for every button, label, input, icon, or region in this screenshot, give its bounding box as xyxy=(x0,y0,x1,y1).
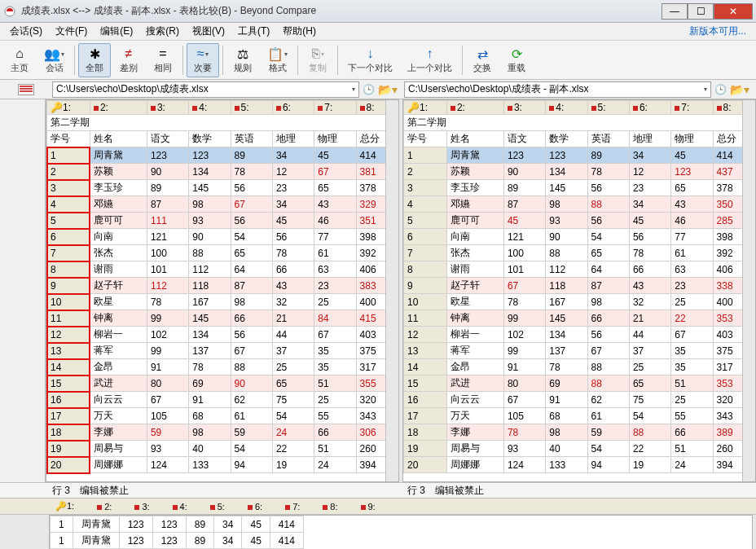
table-row[interactable]: 10欧星78167983225400 xyxy=(404,294,755,310)
thumbnail-icon[interactable] xyxy=(18,84,34,95)
table-row[interactable]: 13蒋军99137673735375 xyxy=(404,343,755,359)
table-row[interactable]: 18李娜5998592466306 xyxy=(47,424,398,441)
table-row[interactable]: 14金昂9178882535317 xyxy=(404,359,755,376)
table-row[interactable]: 19周易与9340542251260 xyxy=(404,441,755,457)
data-grid[interactable]: 🔑1:2:3:4:5:6:7:8:第二学期学号姓名语文数学英语地理物理总分1周青… xyxy=(403,100,755,473)
table-row[interactable]: 2苏颖90134781267381 xyxy=(47,164,398,180)
col-header[interactable]: 🔑1: xyxy=(404,101,447,115)
cell: 87 xyxy=(503,196,545,213)
col-header[interactable]: 4: xyxy=(546,101,587,115)
right-pane[interactable]: 🔑1:2:3:4:5:6:7:8:第二学期学号姓名语文数学英语地理物理总分1周青… xyxy=(402,99,756,482)
minor-button[interactable]: ≈▾次要 xyxy=(187,43,219,77)
cell: 柳岩一 xyxy=(90,327,147,343)
table-row[interactable]: 17万天10568615455343 xyxy=(404,408,755,424)
table-row[interactable]: 16向云云6791627525320 xyxy=(47,392,398,408)
table-row[interactable]: 18李娜7898598866389 xyxy=(404,424,755,441)
table-row[interactable]: 10欧星78167983225400 xyxy=(47,294,398,310)
table-row[interactable]: 20周娜娜124133941924394 xyxy=(47,457,398,473)
next-diff-button[interactable]: ↓下一个对比 xyxy=(341,43,399,77)
table-row[interactable]: 6向南12190545677398 xyxy=(404,229,755,245)
table-row[interactable]: 4邓嬿8798883443350 xyxy=(404,196,755,213)
menu-session[interactable]: 会话(S) xyxy=(3,23,49,40)
cell: 24 xyxy=(314,457,356,473)
col-header[interactable]: 5: xyxy=(587,101,629,115)
table-row[interactable]: 3李玉珍89145562365378 xyxy=(404,180,755,196)
menu-tools[interactable]: 工具(T) xyxy=(231,23,276,40)
diff-button[interactable]: ≠差别 xyxy=(112,43,145,77)
table-row[interactable]: 7张杰10088657861392 xyxy=(47,245,398,261)
table-row[interactable]: 17万天10568615455343 xyxy=(47,408,398,424)
table-row[interactable]: 5鹿可可4593564546285 xyxy=(404,213,755,229)
table-row[interactable]: 5鹿可可11193564546351 xyxy=(47,213,398,229)
table-row[interactable]: 13蒋军99137673735375 xyxy=(47,343,398,359)
menu-view[interactable]: 视图(V) xyxy=(186,23,231,40)
col-header[interactable]: 6: xyxy=(272,101,314,115)
reload-button[interactable]: ⟳重载 xyxy=(500,43,533,77)
table-row[interactable]: 15武进8069906551355 xyxy=(47,376,398,392)
cell: 25 xyxy=(629,359,670,376)
update-link[interactable]: 新版本可用... xyxy=(683,23,753,40)
prev-diff-button[interactable]: ↑上一个对比 xyxy=(401,43,459,77)
col-header[interactable]: 3: xyxy=(503,101,545,115)
same-button[interactable]: =相同 xyxy=(147,43,179,77)
menu-file[interactable]: 文件(F) xyxy=(49,23,94,40)
table-row[interactable]: 16向云云6791627525320 xyxy=(404,392,755,408)
bottom-detail-grid[interactable]: 1周青黛1231238934454141周青黛123123893445414 xyxy=(49,515,753,549)
cell: 向南 xyxy=(90,229,147,245)
col-header[interactable]: 7: xyxy=(671,101,713,115)
table-row[interactable]: 14金昂9178882535317 xyxy=(47,359,398,376)
col-header[interactable]: 5: xyxy=(231,101,272,115)
scrollbar[interactable] xyxy=(742,100,755,481)
col-header[interactable]: 3: xyxy=(147,101,188,115)
table-row[interactable]: 9赵子轩112118874323383 xyxy=(47,278,398,294)
table-row[interactable]: 9赵子轩67118874323338 xyxy=(404,278,755,294)
browse-left-icon[interactable]: 📂▾ xyxy=(378,83,398,96)
table-row[interactable]: 12柳岩一102134564467403 xyxy=(404,327,755,343)
col-header[interactable]: 2: xyxy=(446,101,503,115)
data-grid[interactable]: 🔑1:2:3:4:5:6:7:8:第二学期学号姓名语文数学英语地理物理总分1周青… xyxy=(46,100,398,473)
close-button[interactable]: ✕ xyxy=(714,3,753,20)
table-row[interactable]: 1周青黛123123893445414 xyxy=(404,147,755,164)
table-row[interactable]: 20周娜娜124133941924394 xyxy=(404,457,755,473)
format-button[interactable]: 📋▾格式 xyxy=(261,43,294,77)
history-icon[interactable]: 🕒 xyxy=(714,84,727,95)
table-row[interactable]: 8谢雨101112646663406 xyxy=(404,261,755,278)
table-row[interactable]: 11钟离99145662122353 xyxy=(404,310,755,327)
col-header[interactable]: 6: xyxy=(629,101,670,115)
table-row[interactable]: 2苏颖901347812123437 xyxy=(404,164,755,180)
right-path-input[interactable]: C:\Users\echo\Desktop\成绩表 - 副本.xlsx▾ xyxy=(404,81,711,98)
all-button[interactable]: ✱全部 xyxy=(78,43,111,77)
home-button[interactable]: ⌂主页 xyxy=(3,43,36,77)
detail-row[interactable]: 1周青黛123123893445414 xyxy=(51,533,304,549)
detail-row[interactable]: 1周青黛123123893445414 xyxy=(51,516,304,533)
scrollbar[interactable] xyxy=(385,100,398,481)
left-pane[interactable]: 🔑1:2:3:4:5:6:7:8:第二学期学号姓名语文数学英语地理物理总分1周青… xyxy=(46,99,399,482)
cell: 周青黛 xyxy=(90,147,147,164)
table-row[interactable]: 12柳岩一102134564467403 xyxy=(47,327,398,343)
session-button[interactable]: 👥▾会话 xyxy=(37,43,71,77)
menu-search[interactable]: 搜索(R) xyxy=(139,23,186,40)
copy-button[interactable]: ⎘▾复制 xyxy=(301,43,334,77)
left-path-input[interactable]: C:\Users\echo\Desktop\成绩表.xlsx▾ xyxy=(52,81,359,98)
maximize-button[interactable]: ☐ xyxy=(688,3,714,20)
menu-edit[interactable]: 编辑(E) xyxy=(94,23,139,40)
table-row[interactable]: 1周青黛123123893445414 xyxy=(47,147,398,164)
col-header[interactable]: 4: xyxy=(189,101,231,115)
table-row[interactable]: 6向南12190545677398 xyxy=(47,229,398,245)
col-header[interactable]: 7: xyxy=(314,101,356,115)
table-row[interactable]: 4邓嬿8798673443329 xyxy=(47,196,398,213)
table-row[interactable]: 8谢雨101112646663406 xyxy=(47,261,398,278)
rules-button[interactable]: ⚖规则 xyxy=(226,43,259,77)
col-header[interactable]: 🔑1: xyxy=(47,101,90,115)
table-row[interactable]: 3李玉珍89145562365378 xyxy=(47,180,398,196)
browse-right-icon[interactable]: 📂▾ xyxy=(730,83,749,96)
swap-button[interactable]: ⇄交换 xyxy=(466,43,499,77)
menu-help[interactable]: 帮助(H) xyxy=(276,23,323,40)
table-row[interactable]: 15武进8069886551353 xyxy=(404,376,755,392)
table-row[interactable]: 19周易与9340542251260 xyxy=(47,441,398,457)
table-row[interactable]: 7张杰10088657861392 xyxy=(404,245,755,261)
col-header[interactable]: 2: xyxy=(90,101,147,115)
table-row[interactable]: 11钟离99145662184415 xyxy=(47,310,398,327)
minimize-button[interactable]: — xyxy=(662,3,688,20)
history-icon[interactable]: 🕒 xyxy=(363,84,375,95)
